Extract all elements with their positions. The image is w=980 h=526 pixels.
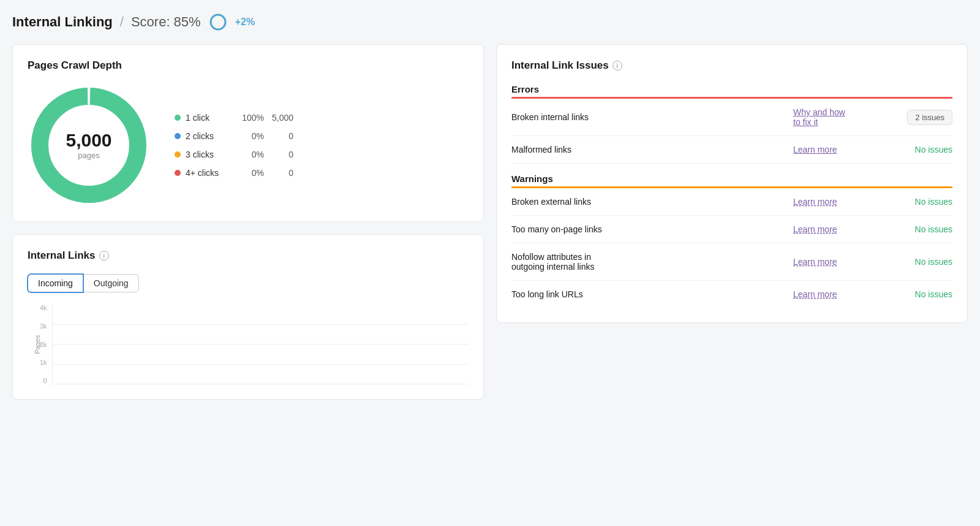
- donut-label: pages: [66, 151, 111, 160]
- y-label-1k: 1k: [40, 359, 47, 366]
- header-divider: /: [120, 14, 124, 30]
- legend-pct-4clicks: 0%: [239, 168, 264, 178]
- legend-count-4clicks: 0: [269, 168, 293, 178]
- crawl-depth-title: Pages Crawl Depth: [28, 59, 469, 72]
- issue-link-broken-internal[interactable]: Why and howto fix it: [793, 107, 891, 127]
- legend-label-3clicks: 3 clicks: [186, 150, 235, 159]
- legend-item: 3 clicks 0% 0: [175, 150, 293, 159]
- legend-label-4clicks: 4+ clicks: [186, 168, 235, 178]
- internal-links-tabs: Incoming Outgoing: [28, 274, 469, 292]
- page-header: Internal Linking / Score: 85% +2%: [12, 12, 968, 32]
- issue-badge-broken-internal[interactable]: 2 issues: [907, 110, 952, 125]
- legend-label-2clicks: 2 clicks: [186, 131, 235, 141]
- info-icon-issues[interactable]: i: [612, 61, 622, 71]
- issue-link-nofollow[interactable]: Learn more: [793, 257, 891, 267]
- issue-link-malformed[interactable]: Learn more: [793, 145, 891, 154]
- issue-row-too-many-links: Too many on-page links Learn more No iss…: [511, 216, 952, 243]
- issue-name-malformed: Malformed links: [511, 145, 793, 154]
- issue-row-long-urls: Too long link URLs Learn more No issues: [511, 281, 952, 308]
- y-label-4k: 4k: [40, 305, 47, 311]
- score-label: Score: 85%: [131, 14, 201, 30]
- issue-link-broken-external[interactable]: Learn more: [793, 197, 891, 207]
- chart-container: 4k 3k 2k 1k 0: [40, 305, 469, 384]
- legend-pct-3clicks: 0%: [239, 150, 264, 159]
- svg-point-1: [211, 15, 225, 29]
- issue-status-malformed: No issues: [891, 145, 952, 154]
- legend-dot-1click: [175, 115, 181, 121]
- issue-name-long-urls: Too long link URLs: [511, 289, 793, 299]
- issue-name-too-many-links: Too many on-page links: [511, 224, 793, 234]
- donut-number: 5,000: [66, 131, 111, 150]
- legend-label-1click: 1 click: [186, 113, 235, 123]
- issue-status-long-urls: No issues: [891, 289, 952, 299]
- grid-line-bottom: [53, 384, 469, 384]
- legend-item: 1 click 100% 5,000: [175, 113, 293, 123]
- y-label-3k: 3k: [40, 323, 47, 330]
- main-grid: Pages Crawl Depth 5,000 pages: [12, 44, 968, 400]
- legend-pct-1click: 100%: [239, 113, 264, 123]
- crawl-depth-content: 5,000 pages 1 click 100% 5,000 2 clicks: [28, 84, 469, 207]
- legend-dot-3clicks: [175, 151, 181, 158]
- issue-link-too-many-links[interactable]: Learn more: [793, 224, 891, 234]
- legend-item: 2 clicks 0% 0: [175, 131, 293, 141]
- issue-name-broken-internal: Broken internal links: [511, 112, 793, 122]
- issue-link-long-urls[interactable]: Learn more: [793, 289, 891, 299]
- grid-line-25: [53, 364, 469, 365]
- info-icon-internal-links[interactable]: i: [99, 251, 109, 261]
- warnings-section: Warnings Broken external links Learn mor…: [511, 173, 952, 308]
- donut-center: 5,000 pages: [66, 131, 111, 160]
- legend-count-1click: 5,000: [269, 113, 293, 123]
- left-column: Pages Crawl Depth 5,000 pages: [12, 44, 484, 400]
- crawl-depth-legend: 1 click 100% 5,000 2 clicks 0% 0 3 click…: [175, 113, 293, 178]
- pages-axis-label: Pages: [34, 335, 41, 354]
- internal-links-title: Internal Links i: [28, 250, 469, 262]
- issue-name-nofollow: Nofollow attributes inoutgoing internal …: [511, 252, 793, 272]
- page-title: Internal Linking: [12, 14, 113, 30]
- internal-links-chart: 4k 3k 2k 1k 0: [28, 305, 469, 384]
- tab-incoming[interactable]: Incoming: [28, 274, 83, 292]
- grid-line-75: [53, 324, 469, 325]
- issue-row-malformed: Malformed links Learn more No issues: [511, 136, 952, 164]
- issue-status-nofollow: No issues: [891, 257, 952, 267]
- legend-count-2clicks: 0: [269, 131, 293, 141]
- issues-card: Internal Link Issues i Errors Broken int…: [496, 44, 968, 323]
- legend-dot-4clicks: [175, 170, 181, 176]
- score-change: +2%: [235, 17, 255, 28]
- issues-card-title: Internal Link Issues i: [511, 59, 952, 72]
- issue-row-broken-internal: Broken internal links Why and howto fix …: [511, 99, 952, 136]
- legend-item: 4+ clicks 0% 0: [175, 168, 293, 178]
- issue-row-broken-external: Broken external links Learn more No issu…: [511, 188, 952, 216]
- donut-chart: 5,000 pages: [28, 84, 150, 207]
- issue-row-nofollow: Nofollow attributes inoutgoing internal …: [511, 243, 952, 281]
- chart-row: 4k 3k 2k 1k 0: [40, 305, 469, 384]
- internal-links-card: Internal Links i Incoming Outgoing 4k 3k…: [12, 234, 484, 400]
- tab-outgoing[interactable]: Outgoing: [83, 274, 139, 292]
- crawl-depth-card: Pages Crawl Depth 5,000 pages: [12, 44, 484, 222]
- issue-status-too-many-links: No issues: [891, 224, 952, 234]
- legend-dot-2clicks: [175, 133, 181, 139]
- errors-section-header: Errors: [511, 84, 952, 94]
- warnings-section-header: Warnings: [511, 173, 952, 184]
- y-axis-labels: 4k 3k 2k 1k 0: [40, 305, 47, 384]
- legend-pct-2clicks: 0%: [239, 131, 264, 141]
- issue-status-broken-external: No issues: [891, 197, 952, 207]
- grid-line-50: [53, 344, 469, 345]
- issue-name-broken-external: Broken external links: [511, 197, 793, 207]
- bars-area: [52, 305, 469, 384]
- y-label-0: 0: [43, 378, 47, 384]
- y-label-2k: 2k: [40, 341, 47, 348]
- legend-count-3clicks: 0: [269, 150, 293, 159]
- score-circle-icon: [208, 12, 228, 32]
